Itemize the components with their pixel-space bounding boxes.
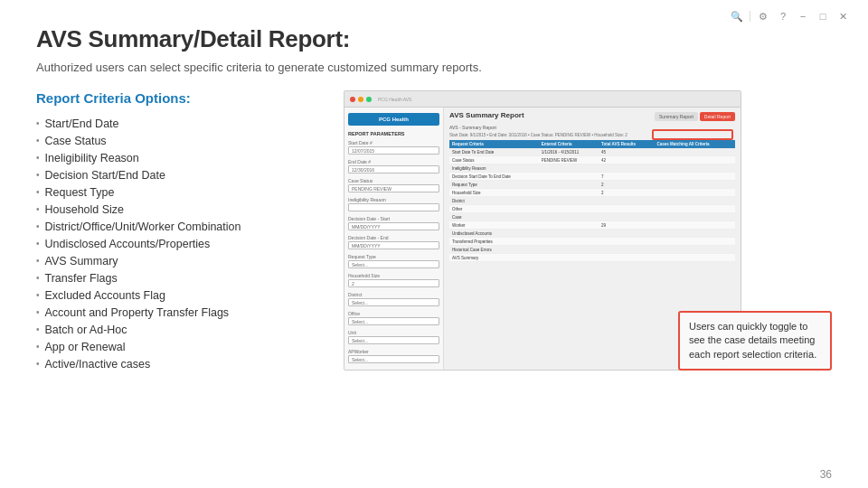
tabs-highlight-border — [652, 129, 733, 140]
table-row: Historical Case Errors — [449, 246, 735, 254]
list-item: •Start/End Date — [36, 115, 326, 132]
bullet-icon: • — [36, 359, 40, 369]
field-input[interactable]: Select... — [348, 260, 439, 268]
criteria-item-label: App or Renewal — [45, 341, 126, 353]
mockup-field-decisionend: Decision Date - End MM/DD/YYYY — [348, 235, 439, 249]
field-input[interactable]: Select... — [348, 336, 439, 344]
bullet-icon: • — [36, 118, 40, 128]
mockup-field-unit: Unit Select... — [348, 330, 439, 344]
field-input[interactable]: MM/DD/YYYY — [348, 241, 439, 249]
table-row: Case — [449, 213, 735, 221]
mockup-tab-group: Summary Report Detail Report — [655, 112, 735, 121]
field-label: Start Date # — [348, 140, 439, 145]
top-icons: 🔍 ⚙ ? − □ ✕ — [730, 9, 850, 23]
field-input[interactable]: MM/DD/YYYY — [348, 222, 439, 230]
bullet-icon: • — [36, 204, 40, 214]
criteria-item-label: Transfer Flags — [45, 272, 118, 285]
window-dot-red — [350, 97, 355, 102]
mockup-field-ineligibility: Ineligibility Reason — [348, 197, 439, 211]
field-label: End Date # — [348, 159, 439, 164]
criteria-item-label: Decision Start/End Date — [45, 169, 165, 182]
table-row: Transferred Properties — [449, 238, 735, 246]
mockup-field-district: District Select... — [348, 292, 439, 306]
field-label: Household Size — [348, 273, 439, 278]
list-item: •Ineligibility Reason — [36, 149, 326, 166]
field-label: Decision Date - End — [348, 235, 439, 240]
list-item: •Request Type — [36, 183, 326, 201]
criteria-list: •Start/End Date •Case Status •Ineligibil… — [36, 115, 326, 372]
mockup-field-requesttype: Request Type Select... — [348, 254, 439, 268]
field-input[interactable]: 12/30/2016 — [348, 165, 439, 174]
field-input[interactable] — [348, 203, 439, 211]
list-item: •Transfer Flags — [36, 269, 326, 286]
main-container: 🔍 ⚙ ? − □ ✕ AVS Summary/Detail Report: A… — [0, 0, 868, 488]
table-header-matching: Cases Matching All Criteria — [654, 140, 735, 148]
mockup-field-startdate: Start Date # 12/07/2015 — [348, 140, 439, 155]
field-input[interactable]: Select... — [348, 317, 439, 325]
table-header-entered: Entered Criteria — [539, 140, 599, 148]
list-item: •Active/Inactive cases — [36, 355, 326, 372]
content-row: Report Criteria Options: •Start/End Date… — [36, 90, 832, 372]
criteria-item-label: AVS Summary — [45, 255, 118, 267]
bullet-icon: • — [36, 324, 40, 334]
list-item: •Household Size — [36, 201, 326, 218]
criteria-item-label: District/Office/Unit/Worker Combination — [45, 221, 241, 233]
window-dot-green — [366, 97, 372, 102]
page-number: 36 — [820, 468, 832, 481]
criteria-item-label: Active/Inactive cases — [45, 358, 151, 371]
mockup-field-apworker: APWorker Select... — [348, 349, 439, 363]
field-input[interactable]: PENDING REVIEW — [348, 184, 439, 192]
criteria-item-label: Request Type — [45, 186, 115, 199]
table-row: AVS Summary — [449, 254, 735, 262]
table-row: Decision Start Date To End Date 7 — [449, 173, 735, 181]
bullet-icon: • — [36, 239, 40, 249]
search-icon[interactable]: 🔍 — [730, 9, 744, 23]
window-maximize-icon[interactable]: □ — [816, 9, 830, 23]
list-item: •Batch or Ad-Hoc — [36, 321, 326, 338]
bullet-icon: • — [36, 290, 40, 300]
table-header-total: Total AVS Results — [599, 140, 654, 148]
mockup-report-params-label: REPORT PARAMETERS — [348, 131, 439, 136]
list-item: •District/Office/Unit/Worker Combination — [36, 218, 326, 235]
mockup-logo: PCG Health — [348, 113, 439, 126]
table-row: Case Status PENDING REVIEW 42 — [449, 156, 735, 164]
field-input[interactable]: Select... — [348, 298, 439, 306]
window-minimize-icon[interactable]: − — [796, 9, 810, 23]
bullet-icon: • — [36, 256, 40, 266]
list-item: •Undisclosed Accounts/Properties — [36, 235, 326, 252]
field-label: Decision Date - Start — [348, 216, 439, 221]
field-label: Ineligibility Reason — [348, 197, 439, 202]
table-row: Request Type 2 — [449, 181, 735, 189]
list-item: •Excluded Accounts Flag — [36, 286, 326, 304]
divider — [750, 11, 750, 22]
window-close-icon[interactable]: ✕ — [835, 9, 850, 23]
table-row: Start Date To End Date 1/1/2016 - 4/15/2… — [449, 148, 735, 156]
right-panel: PCG Health AVS PCG Health REPORT PARAMET… — [344, 90, 832, 371]
criteria-item-label: Household Size — [45, 203, 125, 216]
list-item: •Case Status — [36, 132, 326, 149]
field-input[interactable]: 2 — [348, 279, 439, 287]
field-label: Request Type — [348, 254, 439, 259]
bullet-icon: • — [36, 187, 40, 197]
bullet-icon: • — [36, 221, 40, 231]
bullet-icon: • — [36, 153, 40, 163]
bullet-icon: • — [36, 136, 40, 145]
mockup-table: Request Criteria Entered Criteria Total … — [449, 140, 735, 262]
tab-detail-report[interactable]: Detail Report — [700, 112, 735, 121]
gear-icon[interactable]: ⚙ — [756, 9, 770, 23]
field-input[interactable]: Select... — [348, 355, 439, 363]
tab-summary-report[interactable]: Summary Report — [655, 112, 698, 121]
help-icon[interactable]: ? — [776, 9, 790, 23]
table-header-criteria: Request Criteria — [449, 140, 539, 148]
bullet-icon: • — [36, 342, 40, 352]
bullet-icon: • — [36, 273, 40, 283]
mockup-report-title: AVS Summary Report — [449, 111, 524, 119]
tooltip-text: Users can quickly toggle to see the case… — [689, 321, 816, 360]
left-panel: Report Criteria Options: •Start/End Date… — [36, 90, 326, 372]
field-input[interactable]: 12/07/2015 — [348, 146, 439, 155]
mockup-logo-text: PCG Health — [379, 117, 409, 122]
bullet-icon: • — [36, 307, 40, 317]
list-item: •Account and Property Transfer Flags — [36, 304, 326, 321]
table-row: Undisclosed Accounts — [449, 230, 735, 238]
table-row: Ineligibility Reason — [449, 164, 735, 173]
